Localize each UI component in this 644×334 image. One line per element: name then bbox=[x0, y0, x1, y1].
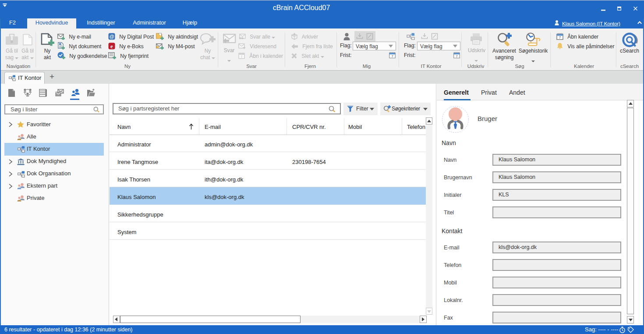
svg-text:7: 7 bbox=[456, 54, 457, 58]
svg-text:7: 7 bbox=[559, 36, 561, 39]
svg-text:7: 7 bbox=[391, 54, 393, 58]
svg-text:7: 7 bbox=[241, 55, 243, 58]
svg-text:@: @ bbox=[109, 34, 114, 39]
svg-text:e: e bbox=[110, 43, 113, 50]
